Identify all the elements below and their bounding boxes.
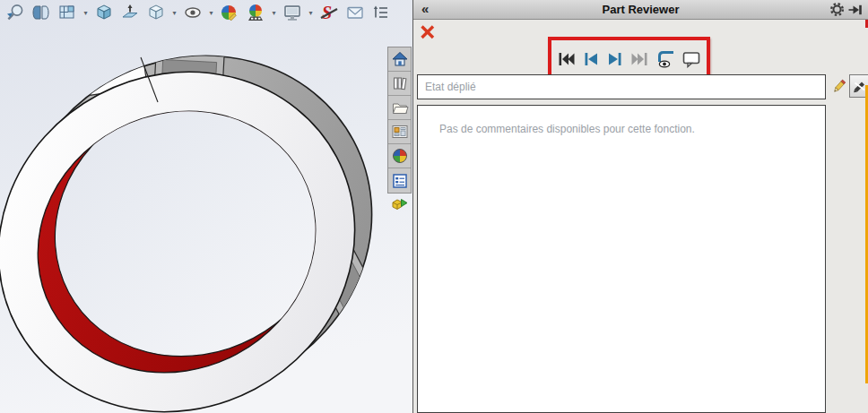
show-comment-playback-button[interactable] [654, 48, 677, 70]
view-toolbar: ▾ ▾ ▾ ▾ ▾ S [4, 1, 393, 24]
pin-panel-icon[interactable] [848, 4, 864, 16]
forum-part-icon [390, 194, 410, 214]
view-settings-glyph [282, 3, 302, 22]
comment-bubble-button[interactable] [681, 48, 701, 70]
taskpane-tab-solidworks-forum[interactable] [387, 192, 412, 216]
part-reviewer-panel: « Part Reviewer [412, 0, 868, 413]
zoom-to-fit-icon[interactable] [4, 2, 27, 23]
comments-box[interactable]: Pas de commentaires disponibles pour cet… [417, 105, 826, 413]
apply-scene-dropdown-caret[interactable]: ▾ [270, 2, 278, 23]
next-feature-button[interactable] [605, 48, 625, 70]
feature-order-list-glyph [372, 3, 390, 22]
previous-feature-glyph [583, 50, 599, 68]
taskpane-tab-strip [387, 47, 412, 194]
taskpane-tab-view-palette[interactable] [388, 120, 411, 144]
close-x-glyph [420, 24, 436, 40]
section-view-glyph [31, 3, 51, 22]
pencil-glyph [831, 77, 848, 95]
last-feature-glyph [630, 50, 648, 68]
previous-feature-button[interactable] [581, 48, 601, 70]
first-feature-button[interactable] [557, 48, 577, 70]
taskpane-tab-design-library[interactable] [388, 72, 411, 96]
hide-show-items-icon[interactable] [181, 2, 204, 23]
next-feature-glyph [607, 50, 623, 68]
feature-order-list-icon[interactable] [369, 2, 393, 23]
custom-properties-icon [391, 172, 409, 190]
comment-bubble-glyph [681, 50, 701, 68]
drawing-views-dropdown-caret[interactable]: ▾ [82, 2, 90, 23]
shaded-cube-glyph [94, 3, 114, 22]
show-comment-playback-glyph [655, 49, 677, 69]
solidworks-red-s-glyph: S [318, 3, 340, 22]
section-view-icon[interactable] [30, 2, 53, 23]
zoom-to-fit-glyph [5, 3, 25, 22]
appearances-ball-icon [391, 147, 409, 165]
taskpane-tab-file-explorer[interactable] [388, 96, 411, 120]
hide-show-items-glyph [183, 3, 203, 22]
no-edit-glyph [852, 79, 867, 94]
email-icon[interactable] [343, 2, 367, 23]
view-settings-dropdown-caret[interactable]: ▾ [307, 2, 315, 23]
panel-header: « Part Reviewer [413, 0, 868, 20]
display-style-icon[interactable] [144, 2, 168, 23]
shaded-cube-icon[interactable] [92, 2, 116, 23]
feature-name-field[interactable] [417, 74, 826, 99]
solidworks-red-s-icon[interactable]: S [317, 2, 341, 23]
home-icon [391, 50, 409, 68]
settings-gear-icon[interactable] [829, 2, 845, 17]
edit-pencil-icon[interactable] [830, 76, 848, 96]
graphics-viewport[interactable]: ▾ ▾ ▾ ▾ ▾ S [0, 0, 412, 413]
email-glyph [345, 3, 365, 22]
display-style-dropdown-caret[interactable]: ▾ [170, 2, 178, 23]
comments-empty-text: Pas de commentaires disponibles pour cet… [418, 106, 825, 135]
display-style-glyph [146, 3, 166, 22]
edit-appearance-icon[interactable] [218, 2, 241, 23]
edit-appearance-glyph [220, 3, 239, 22]
model-canvas[interactable] [0, 0, 412, 413]
folder-icon [391, 99, 409, 116]
close-reviewer-button[interactable] [420, 24, 436, 40]
pin-glyph [848, 4, 864, 16]
normal-to-glyph [120, 3, 140, 22]
drawing-views-glyph [57, 3, 77, 22]
apply-scene-glyph [246, 3, 265, 22]
view-palette-icon [391, 123, 409, 141]
apply-scene-icon[interactable] [244, 2, 267, 23]
first-feature-glyph [558, 50, 576, 68]
gear-glyph [829, 2, 845, 17]
normal-to-icon[interactable] [118, 2, 142, 23]
drawing-views-icon[interactable] [56, 2, 79, 23]
taskpane-tab-home[interactable] [388, 47, 411, 72]
collapse-panel-button[interactable]: « [421, 0, 429, 18]
hide-show-dropdown-caret[interactable]: ▾ [207, 2, 215, 23]
taskpane-tab-custom-properties[interactable] [388, 168, 411, 193]
panel-title: Part Reviewer [413, 3, 868, 16]
view-settings-icon[interactable] [281, 2, 304, 23]
taskpane-tab-appearances-scenes[interactable] [388, 144, 411, 168]
last-feature-button[interactable] [629, 48, 649, 70]
design-library-icon [391, 74, 409, 92]
